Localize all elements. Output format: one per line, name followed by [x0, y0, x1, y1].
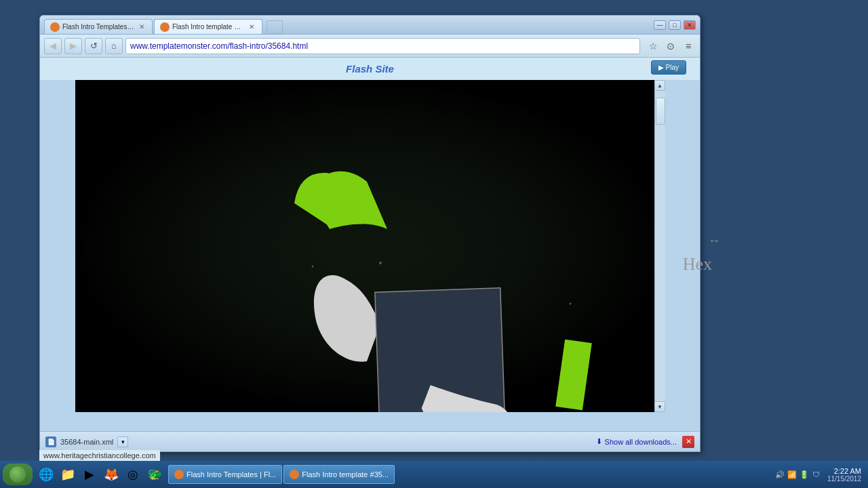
close-window-button[interactable]: ✕ [684, 20, 696, 30]
page-header: Flash Site ▶ Play [40, 58, 700, 80]
sync-icon[interactable]: ⊙ [663, 39, 678, 54]
address-bar[interactable]: www.templatemonster.com/flash-intro/3568… [125, 38, 640, 54]
status-url-bar: www.heritagechristiancollege.com [39, 450, 160, 461]
hex-side-text: Hex [683, 254, 712, 274]
date-display: 11/15/2012 [827, 475, 861, 483]
flash-content-frame [75, 80, 665, 412]
taskbar: 🌐 📁 ▶ 🦊 ◎ 🐲 Flash Intro Templates | Fl..… [0, 461, 868, 488]
bookmark-star-icon[interactable]: ☆ [646, 39, 660, 54]
tray-security-icon[interactable]: 🛡 [811, 469, 822, 480]
content-area: Flash Site ▶ Play [40, 58, 700, 431]
nav-icons: ☆ ⊙ ≡ [646, 39, 696, 54]
quick-launch-ie-icon[interactable]: 🌐 [37, 465, 56, 484]
new-tab-button[interactable] [267, 20, 283, 34]
windows-logo-icon [9, 466, 26, 483]
forward-button[interactable]: ▶ [64, 38, 82, 54]
downloads-close-button[interactable]: ✕ [682, 436, 694, 448]
desktop: Flash Intro Templates | Fl... ✕ Flash In… [0, 0, 868, 488]
tray-battery-icon[interactable]: 🔋 [799, 469, 810, 480]
title-bar: Flash Intro Templates | Fl... ✕ Flash In… [40, 16, 700, 35]
taskbar-item-2[interactable]: Flash Intro template #35... [283, 465, 395, 484]
back-button[interactable]: ◀ [44, 38, 62, 54]
svg-point-5 [311, 266, 313, 268]
tab-2-favicon [160, 22, 170, 32]
taskbar-item-2-label: Flash Intro template #35... [302, 470, 389, 479]
refresh-button[interactable]: ↺ [85, 38, 102, 54]
quick-launch-chrome-icon[interactable]: ◎ [123, 465, 142, 484]
quick-launch-firefox-icon[interactable]: 🦊 [102, 465, 121, 484]
tab-1-label: Flash Intro Templates | Fl... [62, 23, 134, 30]
quick-launch-explorer-icon[interactable]: 📁 [58, 465, 77, 484]
vertical-scrollbar[interactable]: ▲ ▼ [654, 80, 665, 412]
status-bar-left: 📄 35684-main.xml ▾ [45, 436, 128, 447]
status-file-name: 35684-main.xml [60, 438, 113, 446]
svg-point-6 [569, 303, 571, 305]
taskbar-item-2-icon [290, 470, 299, 479]
tab-2[interactable]: Flash Intro template #356... ✕ [154, 19, 262, 34]
tab-bar: Flash Intro Templates | Fl... ✕ Flash In… [44, 16, 648, 34]
quick-launch-other-icon[interactable]: 🐲 [145, 465, 164, 484]
clock[interactable]: 2:22 AM 11/15/2012 [827, 467, 861, 483]
scroll-down-button[interactable]: ▼ [654, 401, 665, 412]
flash-animation-svg [75, 80, 665, 412]
header-button[interactable]: ▶ Play [651, 60, 686, 75]
scroll-thumb[interactable] [656, 98, 665, 125]
show-downloads-link[interactable]: ⬇ Show all downloads... [596, 437, 677, 446]
menu-icon[interactable]: ≡ [681, 39, 696, 54]
file-icon: 📄 [45, 436, 56, 447]
tab-1[interactable]: Flash Intro Templates | Fl... ✕ [44, 19, 153, 34]
scroll-track [655, 91, 665, 401]
maximize-button[interactable]: □ [669, 20, 681, 30]
navigation-bar: ◀ ▶ ↺ ⌂ www.templatemonster.com/flash-in… [40, 35, 700, 58]
tab-2-close[interactable]: ✕ [247, 22, 256, 32]
resize-handle[interactable]: ↔ [708, 234, 720, 248]
tab-2-label: Flash Intro template #356... [172, 23, 244, 30]
page-title: Flash Site [346, 63, 394, 75]
tab-1-close[interactable]: ✕ [137, 22, 146, 32]
quick-launch-media-icon[interactable]: ▶ [80, 465, 99, 484]
browser-window: Flash Intro Templates | Fl... ✕ Flash In… [39, 15, 701, 452]
status-dropdown-button[interactable]: ▾ [117, 436, 128, 447]
window-controls: — □ ✕ [654, 20, 696, 30]
svg-point-4 [379, 262, 382, 264]
taskbar-item-1-icon [174, 470, 184, 479]
taskbar-item-1-label: Flash Intro Templates | Fl... [186, 470, 276, 479]
tab-1-favicon [50, 22, 60, 32]
status-bar: 📄 35684-main.xml ▾ ⬇ Show all downloads.… [40, 431, 700, 451]
tray-icons: 🔊 📶 🔋 🛡 [774, 469, 822, 480]
minimize-button[interactable]: — [654, 20, 666, 30]
address-text: www.templatemonster.com/flash-intro/3568… [130, 41, 308, 51]
system-tray: 🔊 📶 🔋 🛡 2:22 AM 11/15/2012 [770, 467, 865, 483]
start-button[interactable] [3, 464, 33, 485]
quick-launch-bar: 🌐 📁 ▶ 🦊 ◎ 🐲 [37, 465, 164, 484]
tray-network-icon[interactable]: 🔊 [774, 469, 785, 480]
tray-volume-icon[interactable]: 📶 [787, 469, 797, 480]
scroll-up-button[interactable]: ▲ [654, 80, 665, 91]
taskbar-items: Flash Intro Templates | Fl... Flash Intr… [168, 465, 769, 484]
status-bar-right: ⬇ Show all downloads... ✕ [596, 436, 694, 448]
taskbar-item-1[interactable]: Flash Intro Templates | Fl... [168, 465, 282, 484]
home-button[interactable]: ⌂ [105, 38, 123, 54]
time-display: 2:22 AM [834, 467, 861, 475]
